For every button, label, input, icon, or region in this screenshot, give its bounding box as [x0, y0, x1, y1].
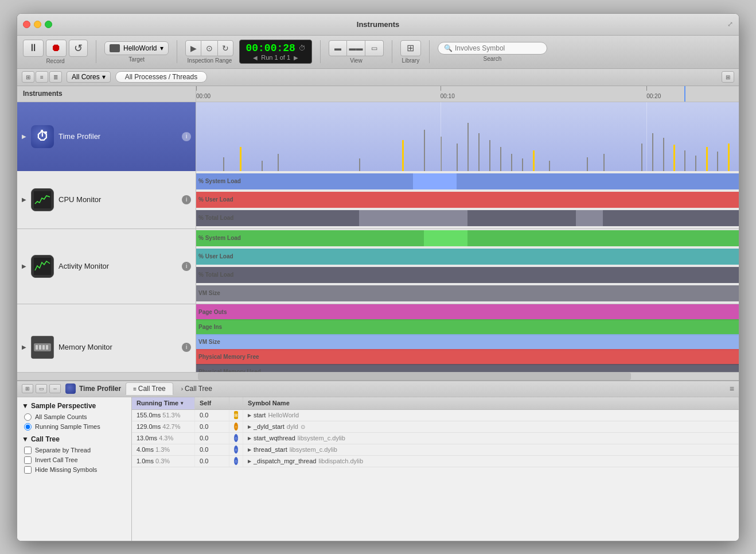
separator-3	[320, 40, 321, 63]
cpu-monitor-name: CPU Monitor	[59, 195, 177, 204]
cell-symbol-2: ▶ _dyld_start dyld ⊙	[243, 421, 739, 432]
table-row: 155.0ms 51.3% 0.0 ⊞ ▶ start HelloWorl	[132, 410, 739, 421]
prev-run-button[interactable]: ◀	[253, 55, 258, 61]
call-tree-toggle[interactable]: ▼ Call Tree	[22, 435, 127, 443]
running-pct-2: 42.7%	[162, 423, 180, 430]
col-symbol-label: Symbol Name	[248, 400, 290, 406]
separate-thread-label: Separate by Thread	[35, 447, 91, 454]
view-btn-right[interactable]: ▭	[365, 40, 384, 56]
svg-rect-1	[34, 258, 51, 275]
core-selector[interactable]: All Cores ▾	[67, 71, 111, 83]
symbol-triangle-1[interactable]: ▶	[248, 413, 251, 418]
target-selector[interactable]: HelloWorld ▾	[104, 41, 169, 55]
option-invert[interactable]: Invert Call Tree	[22, 455, 127, 465]
option-separate-thread[interactable]: Separate by Thread	[22, 445, 127, 455]
view-btn-left[interactable]: ▬	[329, 40, 347, 56]
menu-icon[interactable]: ≡	[730, 384, 734, 393]
sample-perspective-toggle[interactable]: ▼ Sample Perspective	[22, 402, 127, 410]
close-button[interactable]	[23, 21, 30, 28]
timeline-ruler: 00:00 00:10 00:20	[196, 86, 739, 102]
option-running[interactable]: Running Sample Times	[22, 422, 127, 432]
record-label: Record	[46, 58, 64, 64]
memory-monitor-expand[interactable]: ▶	[22, 344, 26, 350]
search-input[interactable]	[455, 44, 541, 52]
pause-button[interactable]: ⏸	[23, 40, 44, 57]
view-mode-btn-1[interactable]: ⊞	[22, 71, 34, 83]
hide-missing-checkbox[interactable]	[24, 466, 32, 474]
cpu-monitor-info-btn[interactable]: i	[182, 195, 191, 204]
inspection-loop-button[interactable]: ↻	[217, 40, 233, 56]
act-system-label: % System Load	[198, 235, 241, 241]
symbol-triangle-2[interactable]: ▶	[248, 424, 251, 429]
tab-call-tree-1[interactable]: ≡ Call Tree	[126, 382, 173, 395]
fullscreen-button[interactable]	[45, 21, 52, 28]
detail-view-btn[interactable]: ⊞	[722, 71, 734, 83]
process-threads-button[interactable]: All Processes / Threads	[115, 71, 208, 83]
time-profiler-name: Time Profiler	[59, 132, 177, 141]
mem-pageouts-track: Page Outs	[196, 304, 739, 320]
symbol-triangle-4[interactable]: ▶	[248, 447, 251, 452]
refresh-button[interactable]: ↺	[69, 40, 88, 57]
library-button[interactable]: ⊞	[400, 40, 421, 56]
svg-rect-4	[36, 345, 38, 350]
separator-5	[429, 40, 430, 63]
memory-monitor-info-btn[interactable]: i	[182, 343, 191, 352]
time-profiler-info-btn[interactable]: i	[182, 132, 191, 141]
running-pct-1: 51.3%	[162, 412, 180, 419]
col-running-label: Running Time	[137, 400, 178, 406]
mini-icon-3[interactable]: ↔	[49, 384, 61, 393]
record-button[interactable]: ⏺	[46, 40, 67, 57]
time-profiler-chart	[196, 102, 739, 171]
table-body: 155.0ms 51.3% 0.0 ⊞ ▶ start HelloWorl	[132, 410, 739, 541]
minimize-button[interactable]	[34, 21, 41, 28]
symbol-name-5: _dispatch_mgr_thread	[254, 458, 316, 464]
option-hide-missing[interactable]: Hide Missing Symbols	[22, 465, 127, 475]
table-row: 4.0ms 1.3% 0.0 ○ ▶ thread_start libsy	[132, 444, 739, 456]
instrument-indicator-name: Time Profiler	[79, 385, 121, 393]
symbol-name-1: start	[254, 412, 266, 419]
time-profiler-expand[interactable]: ▶	[22, 133, 26, 140]
running-time-4: 4.0ms	[137, 446, 154, 453]
view-mode-btn-3[interactable]: ≣	[49, 71, 62, 83]
hide-missing-label: Hide Missing Symbols	[35, 466, 97, 473]
all-sample-radio[interactable]	[24, 413, 32, 421]
table-row: 13.0ms 4.3% 0.0 ○ ▶ start_wqthread li	[132, 433, 739, 444]
col-running-time[interactable]: Running Time ▼	[132, 397, 195, 409]
search-section: 🔍 Search	[438, 42, 547, 62]
activity-monitor-expand[interactable]: ▶	[22, 263, 26, 269]
cpu-monitor-expand[interactable]: ▶	[22, 196, 26, 203]
tab-call-tree-2[interactable]: › Call Tree	[174, 383, 219, 394]
col-self[interactable]: Self	[195, 397, 229, 409]
view-btn-mid[interactable]: ▬▬	[347, 40, 365, 56]
target-icon	[110, 44, 120, 52]
mini-icon-2[interactable]: ▭	[36, 384, 47, 393]
horizontal-scrollbar[interactable]	[17, 372, 739, 380]
inspection-play-button[interactable]: ▶	[185, 40, 201, 56]
cell-symbol-5: ▶ _dispatch_mgr_thread libdispatch.dylib	[243, 456, 739, 467]
cell-symbol-3: ▶ start_wqthread libsystem_c.dylib	[243, 433, 739, 444]
next-run-button[interactable]: ▶	[294, 55, 298, 61]
cpu-total-label: % Total Load	[198, 215, 233, 221]
timer-clock-icon: ⏱	[299, 44, 306, 52]
timer-top: 00:00:28 ⏱	[245, 42, 305, 54]
mem-pageins-track: Page Ins	[196, 319, 739, 335]
mem-physfree-label: Physical Memory Free	[198, 354, 259, 360]
cpu-user-label: % User Load	[198, 196, 233, 203]
running-sample-label: Running Sample Times	[35, 423, 100, 430]
mini-icon-1[interactable]: ⊞	[22, 384, 33, 393]
inspection-mid-button[interactable]: ⊙	[201, 40, 217, 56]
col-symbol[interactable]: Symbol Name	[243, 397, 739, 409]
running-sample-radio[interactable]	[24, 423, 32, 431]
resize-icon[interactable]: ⤢	[727, 20, 733, 28]
invert-checkbox[interactable]	[24, 456, 32, 464]
symbol-triangle-5[interactable]: ▶	[248, 459, 251, 464]
sample-perspective-header: Sample Perspective	[31, 402, 96, 410]
cell-running-2: 129.0ms 42.7%	[132, 421, 195, 432]
separate-thread-checkbox[interactable]	[24, 447, 32, 454]
activity-monitor-info-btn[interactable]: i	[182, 262, 191, 271]
view-group: ▬ ▬▬ ▭	[329, 40, 384, 56]
symbol-triangle-3[interactable]: ▶	[248, 436, 251, 441]
option-all-sample[interactable]: All Sample Counts	[22, 412, 127, 422]
table-header: Running Time ▼ Self Symbol Name	[132, 397, 739, 410]
view-mode-btn-2[interactable]: ≡	[36, 71, 48, 83]
